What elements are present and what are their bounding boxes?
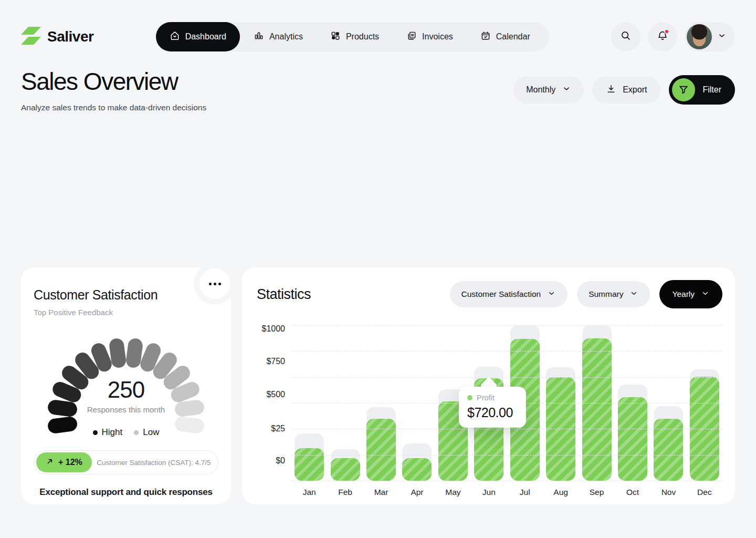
export-button-label: Export [623, 85, 647, 95]
y-axis-label: $1000 [262, 324, 286, 334]
gridline [291, 377, 722, 378]
gridline [291, 481, 722, 481]
nav-item-invoices[interactable]: Invoices [393, 22, 467, 51]
notification-dot [664, 29, 669, 34]
legend-label: Hight [102, 427, 123, 438]
x-axis-label: Sep [579, 488, 614, 497]
gridline [291, 325, 722, 326]
chevron-down-icon [717, 31, 727, 43]
bar-apr[interactable] [402, 458, 432, 481]
satisfaction-gauge: 250 Responses this month [47, 328, 205, 419]
brand[interactable]: Saliver [21, 27, 93, 47]
y-axis-label: $25 [271, 423, 285, 434]
nav-item-label: Dashboard [185, 32, 226, 42]
x-axis-label: Jun [471, 488, 507, 497]
customer-satisfaction-card: Customer Satisfaction Top Positive Feedb… [21, 267, 231, 504]
nav-item-dashboard[interactable]: Dashboard [156, 22, 240, 51]
page-head: Sales Overview Analyze sales trends to m… [21, 67, 735, 112]
gridline [291, 351, 722, 351]
x-axis-label: Dec [687, 488, 722, 497]
top-bar: Saliver Dashboard [21, 0, 735, 51]
funnel-icon [672, 78, 695, 101]
filter-button-label: Filter [702, 85, 721, 95]
gridline [291, 429, 722, 429]
export-button[interactable]: Export [592, 76, 660, 104]
legend-item-high: Hight [93, 427, 123, 438]
filter-button[interactable]: Filter [669, 75, 735, 105]
tooltip-label: Profit [477, 394, 495, 402]
range-select[interactable]: Yearly [659, 280, 722, 308]
x-axis: JanFebMarAprMayJunJulAugSepOctNovDec [291, 481, 722, 504]
legend-label: Low [143, 427, 159, 438]
user-avatar [687, 24, 712, 49]
tooltip-head: Profit [467, 394, 518, 402]
x-axis-label: Feb [327, 488, 363, 497]
x-axis-label: Oct [615, 488, 650, 497]
page-head-text: Sales Overview Analyze sales trends to m… [21, 67, 206, 112]
dashboard-page: Saliver Dashboard [0, 0, 756, 538]
bar-sep[interactable] [582, 338, 612, 481]
plot-wrap: Profit $720.00 JanFebMarAprMayJunJulAugS… [291, 325, 722, 504]
card-more-button[interactable] [200, 268, 230, 299]
page-toolbar: Monthly Export [513, 75, 735, 105]
bar-chart: $1000$750$500$25$0 Profit $720.00 [255, 325, 722, 504]
search-button[interactable] [611, 22, 640, 51]
nav-item-analytics[interactable]: Analytics [240, 22, 317, 51]
bar-feb[interactable] [331, 458, 360, 481]
chevron-down-icon [547, 289, 556, 300]
chevron-down-icon [562, 84, 571, 96]
arrow-up-right-icon [46, 457, 54, 468]
x-axis-label: Jan [291, 488, 327, 497]
nav-item-label: Calendar [496, 32, 530, 42]
brand-name: Saliver [47, 28, 93, 45]
bar-mar[interactable] [366, 419, 396, 481]
nav-item-calendar[interactable]: Calendar [467, 22, 544, 51]
y-axis: $1000$750$500$25$0 [255, 325, 291, 481]
saliver-logo-icon [21, 27, 41, 47]
period-select[interactable]: Monthly [513, 76, 584, 104]
x-axis-label: Apr [399, 488, 435, 497]
profit-dot-icon [467, 395, 472, 400]
bar-jan[interactable] [295, 448, 324, 481]
bar-nov[interactable] [654, 419, 683, 481]
page-subtitle: Analyze sales trends to make data-driven… [21, 103, 206, 112]
grid-icon [330, 30, 341, 43]
page-title: Sales Overview [21, 67, 206, 96]
user-menu[interactable] [685, 22, 735, 51]
mode-select-value: Summary [589, 289, 623, 299]
metric-select-value: Customer Satisfaction [461, 289, 541, 299]
tooltip-value: $720.00 [467, 405, 518, 420]
y-axis-label: $750 [266, 356, 285, 367]
y-axis-label: $500 [266, 389, 285, 400]
satisfaction-footer-note: Exceptional support and quick responses [34, 487, 218, 498]
satisfaction-title: Customer Satisfaction [34, 287, 218, 303]
mode-select[interactable]: Summary [577, 281, 650, 307]
legend-dot-high [93, 430, 98, 435]
nav-item-label: Analytics [269, 32, 303, 42]
period-select-value: Monthly [526, 85, 555, 95]
notifications-button[interactable] [648, 22, 677, 51]
range-select-value: Yearly [672, 289, 695, 299]
legend-dot-low [134, 430, 139, 435]
chevron-down-icon [629, 289, 638, 300]
bar-chart-icon [254, 30, 264, 43]
statistics-filters: Customer Satisfaction Summary Yearly [450, 280, 722, 308]
statistics-head: Statistics Customer Satisfaction Summary [255, 280, 722, 308]
y-axis-label: $0 [276, 456, 285, 466]
profit-tooltip: Profit $720.00 [459, 387, 526, 428]
satisfaction-subtitle: Top Positive Feedback [34, 308, 218, 317]
nav-item-products[interactable]: Products [317, 22, 393, 51]
topbar-actions [611, 22, 735, 51]
statistics-title: Statistics [257, 286, 311, 303]
metric-select[interactable]: Customer Satisfaction [450, 281, 568, 307]
statistics-card: Statistics Customer Satisfaction Summary [242, 267, 735, 504]
invoice-icon [406, 30, 417, 43]
change-badge-value: + 12% [58, 458, 82, 467]
legend-item-low: Low [134, 427, 159, 438]
x-axis-label: May [435, 488, 471, 497]
gridline [291, 455, 722, 456]
bar-oct[interactable] [618, 397, 647, 481]
change-badge: + 12% [36, 452, 92, 472]
x-axis-label: Jul [507, 488, 543, 497]
plot-area: Profit $720.00 [291, 325, 722, 481]
